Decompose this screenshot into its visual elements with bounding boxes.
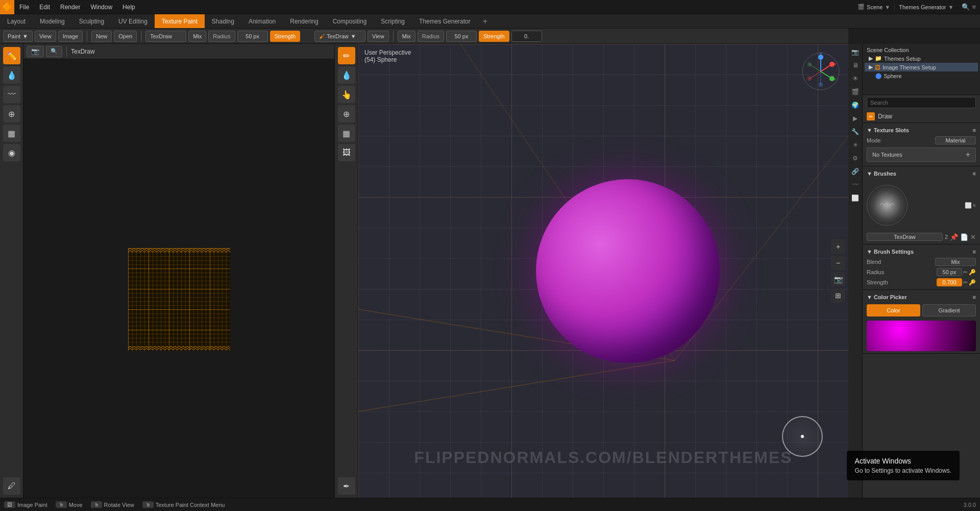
scene-name[interactable]: Scene <box>867 4 883 10</box>
3d-viewport[interactable]: User Perspective (54) Sphere Z X Y <box>358 44 848 498</box>
color-picker-options-icon[interactable]: ≡ <box>973 294 976 300</box>
color-swatch[interactable] <box>867 321 976 351</box>
tool-smear[interactable]: 〰 <box>3 86 20 103</box>
tex-zoom-fit[interactable]: 🔍 <box>46 46 62 57</box>
tool-mask[interactable]: ◉ <box>3 144 20 161</box>
vp-radius-input[interactable]: 50 px <box>446 31 477 42</box>
menu-edit[interactable]: Edit <box>34 2 55 13</box>
vp-strength-input[interactable]: 0. <box>511 31 542 42</box>
prop-icon-data[interactable]: 〰 <box>850 180 861 190</box>
vp-tool-fill2[interactable]: ▦ <box>338 125 355 142</box>
tab-texture-paint[interactable]: Texture Paint <box>155 14 205 28</box>
tab-layout[interactable]: Layout <box>0 14 33 28</box>
prop-icon-particles[interactable]: ✳ <box>850 140 861 150</box>
tab-sculpting[interactable]: Sculpting <box>72 14 111 28</box>
tab-uv-editing[interactable]: UV Editing <box>111 14 155 28</box>
tool-blur[interactable]: 💧 <box>3 66 20 84</box>
tab-compositing[interactable]: Compositing <box>326 14 374 28</box>
app-icon[interactable]: 🔶 <box>0 0 14 14</box>
brush-delete-button[interactable]: ✕ <box>970 233 976 241</box>
texture-content-area[interactable] <box>23 59 334 498</box>
brushes-options-icon[interactable]: ≡ <box>973 171 976 177</box>
toolbar-paint-menu[interactable]: Paint ▼ <box>3 31 33 42</box>
prop-icon-material[interactable]: ⬜ <box>850 193 861 203</box>
vp-tool-image[interactable]: 🖼 <box>338 144 355 161</box>
radius-btn[interactable]: Radius <box>208 31 235 42</box>
vr-zoom-out[interactable]: − <box>831 256 845 270</box>
menu-file[interactable]: File <box>14 2 34 13</box>
blend-selector[interactable]: Mix <box>188 31 206 42</box>
vp-tool-annotate2[interactable]: ✒ <box>338 477 355 495</box>
brush-expand-icon[interactable]: ⬜ <box>965 202 972 209</box>
open-image-button[interactable]: Open <box>114 31 137 42</box>
radius-input[interactable]: 50 px <box>237 31 268 42</box>
radius-edit-icon[interactable]: ✏ <box>963 269 968 276</box>
tex-view-type[interactable]: 📷 <box>27 46 44 57</box>
tool-draw[interactable]: ✏️ <box>3 47 20 64</box>
tool-fill[interactable]: ▦ <box>3 125 20 142</box>
vr-grid[interactable]: ⊞ <box>831 288 845 303</box>
scene-item-image-themes[interactable]: ▶ 🖼 Image Themes Setup <box>865 63 978 71</box>
prop-icon-modifier[interactable]: 🔧 <box>850 127 861 137</box>
search-icon[interactable]: 🔍 <box>962 3 970 11</box>
toolbar-view-menu[interactable]: View <box>35 31 56 42</box>
brush-thumbnail[interactable]: 〰 <box>867 185 908 226</box>
texture-slots-header[interactable]: ▼ Texture Slots ≡ <box>867 125 976 135</box>
prop-icon-view[interactable]: 👁 <box>850 74 861 84</box>
strength-field[interactable]: 0.700 <box>937 278 962 286</box>
brush-settings-options-icon[interactable]: ≡ <box>973 249 976 255</box>
vp-blend-selector[interactable]: Mix <box>398 31 415 42</box>
vp-mode-selector[interactable]: 🖌 TexDraw ▼ <box>314 31 365 42</box>
prop-icon-object[interactable]: ▶ <box>850 113 861 124</box>
scene-item-themes[interactable]: ▶ 📁 Themes Setup <box>865 54 978 63</box>
vp-strength-btn[interactable]: Strength <box>479 31 509 42</box>
prop-icon-world[interactable]: 🌍 <box>850 100 861 110</box>
prop-icon-constraints[interactable]: 🔗 <box>850 166 861 177</box>
tab-scripting[interactable]: Scripting <box>374 14 412 28</box>
vp-tool-soften[interactable]: 💧 <box>338 66 355 84</box>
view-layer-label[interactable]: Themes Generator <box>899 4 946 10</box>
prop-icon-output[interactable]: 🖥 <box>850 60 861 70</box>
vr-zoom-in[interactable]: + <box>831 239 845 254</box>
gradient-btn[interactable]: Gradient <box>922 304 976 317</box>
vp-tool-draw[interactable]: ✏ <box>338 47 355 64</box>
tab-animation[interactable]: Animation <box>241 14 283 28</box>
menu-help[interactable]: Help <box>117 2 140 13</box>
tool-clone[interactable]: ⊕ <box>3 105 20 123</box>
brushes-header[interactable]: ▼ Brushes ≡ <box>867 168 976 179</box>
brush-list-icon[interactable]: ≡ <box>973 202 976 209</box>
tab-modeling[interactable]: Modeling <box>33 14 72 28</box>
brush-settings-header[interactable]: ▼ Brush Settings ≡ <box>867 247 976 257</box>
tab-themes-generator[interactable]: Themes Generator <box>412 14 478 28</box>
vp-view-menu[interactable]: View <box>368 31 389 42</box>
prop-icon-physics[interactable]: ⚙ <box>850 153 861 163</box>
scene-item-sphere[interactable]: ⬤ Sphere <box>865 71 978 80</box>
tool-annotate[interactable]: 🖊 <box>3 477 20 495</box>
viewport-compass[interactable]: Z X Y <box>800 51 841 92</box>
texture-mode-selector[interactable]: Material <box>935 136 976 144</box>
radius-keyframe-icon[interactable]: 🔑 <box>969 269 976 276</box>
add-texture-button[interactable]: + <box>966 150 970 159</box>
vr-camera[interactable]: 📷 <box>831 272 845 286</box>
brush-pin-button[interactable]: 📌 <box>950 233 958 241</box>
tab-rendering[interactable]: Rendering <box>283 14 325 28</box>
menu-render[interactable]: Render <box>55 2 85 13</box>
texture-slots-options-icon[interactable]: ≡ <box>973 127 976 133</box>
add-workspace-button[interactable]: + <box>478 15 493 28</box>
vp-tool-clone2[interactable]: ⊕ <box>338 105 355 123</box>
vp-tool-smear2[interactable]: 👆 <box>338 86 355 103</box>
new-image-button[interactable]: New <box>91 31 112 42</box>
color-btn[interactable]: Color <box>867 304 920 317</box>
prop-icon-render[interactable]: 📷 <box>850 47 861 57</box>
brush-name-field[interactable]: TexDraw <box>867 233 943 241</box>
strength-keyframe-icon[interactable]: 🔑 <box>969 279 976 286</box>
strength-edit-icon[interactable]: ✏ <box>963 279 968 286</box>
color-picker-header[interactable]: ▼ Color Picker ≡ <box>867 292 976 302</box>
tab-shading[interactable]: Shading <box>205 14 241 28</box>
menu-window[interactable]: Window <box>85 2 117 13</box>
prop-icon-scene[interactable]: 🎬 <box>850 87 861 97</box>
brush-file-button[interactable]: 📄 <box>960 233 968 241</box>
vp-radius-btn[interactable]: Radius <box>418 31 444 42</box>
mode-selector[interactable]: TexDraw <box>145 31 186 42</box>
filter-icon[interactable]: ≡ <box>972 3 976 11</box>
